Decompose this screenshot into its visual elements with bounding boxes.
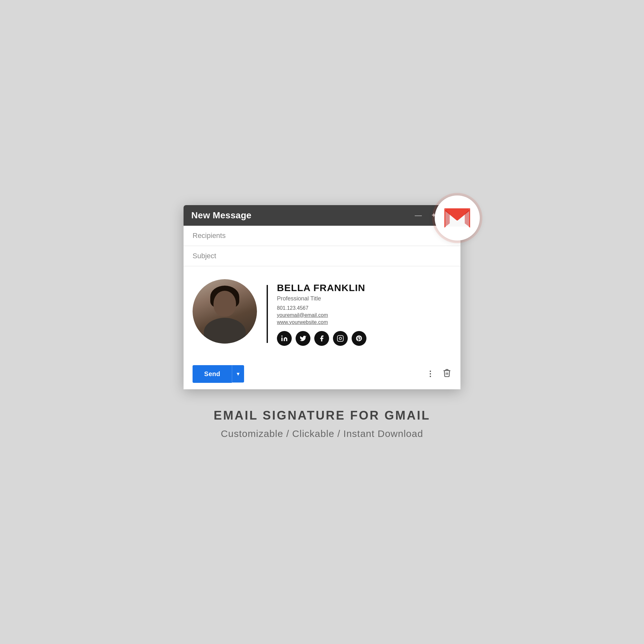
avatar-face	[213, 291, 236, 317]
signature-website[interactable]: www.yourwebsite.com	[277, 319, 366, 325]
compose-title: New Message	[191, 210, 251, 221]
title-bar: New Message — ✦ ✕	[184, 205, 460, 226]
more-options-button[interactable]: ⋮	[426, 369, 435, 378]
gmail-logo-icon	[444, 208, 470, 228]
bottom-heading: EMAIL SIGNATURE FOR GMAIL	[214, 409, 431, 422]
signature-title: Professional Title	[277, 295, 366, 302]
delete-button[interactable]	[442, 368, 451, 379]
gmail-badge	[435, 195, 480, 241]
signature-area: BELLA FRANKLIN Professional Title 801.12…	[184, 266, 460, 359]
compose-footer: Send ▾ ⋮	[184, 359, 460, 389]
signature-card: BELLA FRANKLIN Professional Title 801.12…	[193, 279, 451, 349]
bottom-subtext: Customizable / Clickable / Instant Downl…	[214, 428, 431, 439]
svg-rect-7	[281, 337, 283, 341]
signature-phone: 801.123.4567	[277, 305, 366, 311]
footer-right-actions: ⋮	[426, 368, 451, 379]
recipients-row: Recipients	[184, 226, 460, 246]
page-wrapper: New Message — ✦ ✕ Recipients Subject	[184, 205, 460, 439]
facebook-icon[interactable]	[314, 331, 329, 346]
bottom-text-section: EMAIL SIGNATURE FOR GMAIL Customizable /…	[214, 409, 431, 439]
svg-rect-9	[337, 335, 343, 341]
pinterest-icon[interactable]	[352, 331, 366, 346]
twitter-icon[interactable]	[296, 331, 310, 346]
subject-label: Subject	[193, 252, 216, 260]
send-button-group: Send ▾	[193, 365, 244, 383]
send-dropdown-button[interactable]: ▾	[232, 365, 244, 383]
signature-avatar	[193, 279, 257, 344]
svg-point-8	[281, 335, 283, 336]
linkedin-icon[interactable]	[277, 331, 292, 346]
minimize-button[interactable]: —	[413, 211, 423, 220]
signature-info: BELLA FRANKLIN Professional Title 801.12…	[277, 279, 366, 349]
signature-email[interactable]: youremail@email.com	[277, 312, 366, 318]
avatar-image	[193, 279, 257, 344]
send-button[interactable]: Send	[193, 365, 232, 383]
compose-window: New Message — ✦ ✕ Recipients Subject	[184, 205, 460, 389]
avatar-body	[204, 318, 246, 344]
subject-row: Subject	[184, 246, 460, 266]
compose-body: Recipients Subject	[184, 226, 460, 389]
recipients-label: Recipients	[193, 232, 226, 240]
social-icons	[277, 331, 366, 346]
instagram-icon[interactable]	[333, 331, 348, 346]
signature-divider	[267, 285, 268, 343]
signature-name: BELLA FRANKLIN	[277, 282, 366, 293]
